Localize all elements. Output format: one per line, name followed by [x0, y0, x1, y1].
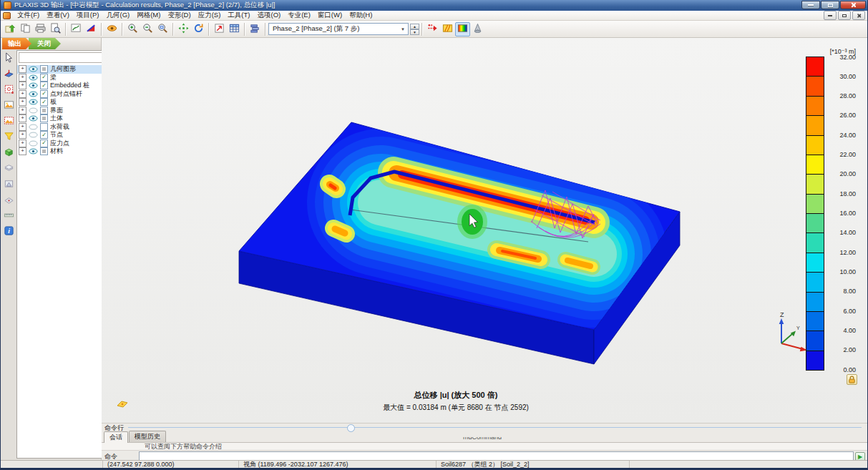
- checkbox[interactable]: [40, 123, 48, 131]
- mdi-close-button[interactable]: [852, 11, 865, 20]
- cross-section-tool-button[interactable]: [2, 67, 16, 81]
- filter-button[interactable]: [2, 130, 16, 144]
- expand-icon[interactable]: +: [19, 147, 26, 155]
- incremental-arrows-button[interactable]: [425, 22, 440, 36]
- mdi-restore-button[interactable]: [838, 11, 851, 20]
- checkbox[interactable]: ✓: [40, 82, 48, 89]
- tab-close[interactable]: 关闭: [29, 38, 61, 49]
- hide-items-button[interactable]: [104, 22, 120, 36]
- menu-item-D[interactable]: 变形(D): [164, 11, 194, 20]
- minimize-button[interactable]: [801, 1, 820, 9]
- zoom-in-button[interactable]: [125, 22, 140, 36]
- command-panel-splitter[interactable]: [128, 424, 862, 432]
- spinner-down-button[interactable]: ▼: [410, 29, 419, 35]
- zoom-rectangle-button[interactable]: [155, 22, 170, 36]
- tab-session[interactable]: 会话: [104, 431, 128, 443]
- visibility-eye-icon[interactable]: [29, 99, 38, 105]
- checkbox[interactable]: ✓: [40, 139, 48, 147]
- explorer-filter-input[interactable]: [19, 52, 107, 63]
- 3d-viewport[interactable]: Z X Y [*10⁻³ m] 32.0030.0028.0026.0024.0…: [102, 38, 867, 423]
- checkbox[interactable]: ✓: [40, 98, 48, 106]
- legend-lock-button[interactable]: [847, 374, 857, 385]
- tree-item-点对点锚杆[interactable]: +✓点对点锚杆: [17, 90, 108, 99]
- visibility-eye-icon[interactable]: [29, 140, 38, 147]
- expand-icon[interactable]: +: [19, 65, 26, 73]
- zoom-out-button[interactable]: [140, 22, 155, 36]
- expand-icon[interactable]: +: [19, 114, 26, 122]
- tab-model-history[interactable]: 模型历史: [129, 431, 166, 442]
- visibility-eye-icon[interactable]: [29, 91, 38, 97]
- visibility-eye-icon[interactable]: [29, 148, 38, 155]
- legend-band: [806, 351, 824, 370]
- tab-output[interactable]: 输出: [2, 38, 31, 49]
- expand-icon[interactable]: +: [19, 82, 26, 89]
- visibility-eye-icon[interactable]: [29, 124, 38, 130]
- menu-item-E[interactable]: 专业(E): [284, 11, 314, 20]
- shadings-button[interactable]: [455, 22, 470, 36]
- close-button[interactable]: [840, 1, 866, 9]
- menu-item-T[interactable]: 工具(T): [224, 11, 253, 20]
- curves-manager-button[interactable]: [69, 22, 84, 36]
- iso-surface-button[interactable]: [2, 177, 16, 191]
- expand-icon[interactable]: +: [19, 90, 26, 98]
- zoom-selection-button[interactable]: [2, 83, 16, 97]
- menu-item-F[interactable]: 文件(F): [14, 11, 43, 20]
- menu-item-H[interactable]: 帮助(H): [346, 11, 376, 20]
- checkbox[interactable]: [40, 114, 48, 122]
- menu-item-M[interactable]: 网格(M): [133, 11, 164, 20]
- spinner-up-button[interactable]: ▲: [410, 24, 419, 29]
- checkbox[interactable]: ✓: [40, 90, 48, 98]
- splitter-knob[interactable]: [347, 424, 355, 432]
- info-button[interactable]: i: [2, 225, 16, 238]
- menu-item-V[interactable]: 查看(V): [43, 11, 73, 20]
- checkbox[interactable]: [40, 65, 48, 73]
- expand-icon[interactable]: +: [19, 131, 26, 139]
- report-image-button[interactable]: [2, 99, 16, 112]
- 3d-scene[interactable]: [102, 38, 867, 423]
- slice-button[interactable]: [2, 162, 16, 175]
- tree-item-几何图形[interactable]: +几何图形: [17, 65, 108, 74]
- visibility-eye-icon[interactable]: [29, 82, 38, 89]
- menu-item-W[interactable]: 窗口(W): [314, 11, 346, 20]
- menu-item-G[interactable]: 几何(G): [102, 11, 133, 20]
- menu-item-P[interactable]: 项目(P): [73, 11, 103, 20]
- expand-icon[interactable]: +: [19, 107, 26, 114]
- expand-icon[interactable]: +: [19, 139, 26, 147]
- volume-box-button[interactable]: [2, 146, 16, 160]
- visibility-eye-icon[interactable]: [29, 74, 38, 81]
- expand-icon[interactable]: +: [19, 98, 26, 106]
- cross-section-button[interactable]: [84, 22, 99, 36]
- menu-item-S[interactable]: 应力(S): [195, 11, 225, 20]
- visibility-eye-icon[interactable]: [29, 132, 38, 138]
- tree-item-材料[interactable]: +材料: [17, 147, 108, 156]
- expand-icon[interactable]: +: [19, 74, 26, 82]
- plane-tool-button[interactable]: [2, 193, 16, 207]
- checkbox[interactable]: [40, 107, 48, 114]
- visibility-eye-icon[interactable]: [29, 66, 38, 72]
- print-button[interactable]: [33, 22, 48, 36]
- reset-view-button[interactable]: [212, 22, 227, 36]
- legend-tick: 16.00: [839, 210, 856, 217]
- maximize-button[interactable]: [821, 1, 839, 9]
- copy-page-button[interactable]: [18, 22, 33, 36]
- visibility-eye-icon[interactable]: [29, 107, 38, 114]
- rotate-view-button[interactable]: [191, 22, 206, 36]
- checkbox[interactable]: ✓: [40, 131, 48, 139]
- pan-view-button[interactable]: [176, 22, 191, 36]
- print-preview-button[interactable]: [48, 22, 63, 36]
- visibility-eye-icon[interactable]: [29, 115, 38, 122]
- table-view-button[interactable]: [227, 22, 242, 36]
- snapshot-button[interactable]: [2, 114, 16, 128]
- phase-selector[interactable]: Phase_2 [Phase_2] (第 7 步)▼: [268, 23, 409, 35]
- select-arrow-button[interactable]: [2, 52, 16, 65]
- arrows-plot-button[interactable]: [470, 22, 485, 36]
- ruler-button[interactable]: [2, 209, 16, 222]
- checkbox[interactable]: [40, 147, 48, 155]
- phase-list-button[interactable]: [248, 22, 263, 36]
- export-report-button[interactable]: [3, 22, 18, 36]
- mdi-minimize-button[interactable]: [824, 11, 837, 20]
- menu-item-O[interactable]: 选项(O): [253, 11, 284, 20]
- contour-lines-button[interactable]: [440, 22, 455, 36]
- expand-icon[interactable]: +: [19, 123, 26, 131]
- checkbox[interactable]: ✓: [40, 74, 48, 82]
